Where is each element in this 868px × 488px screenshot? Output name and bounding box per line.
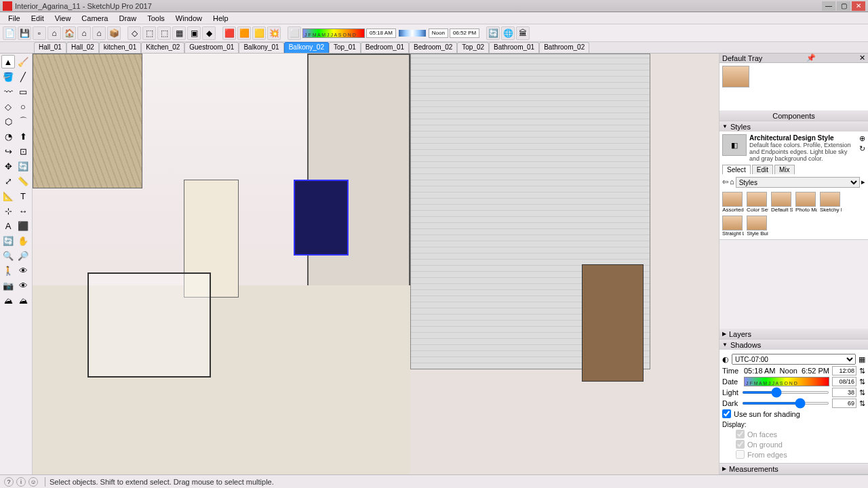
menu-view[interactable]: View xyxy=(50,14,77,23)
group-icon[interactable]: 🟨 xyxy=(252,26,266,40)
style-thumb[interactable]: Sketchy E xyxy=(820,192,842,213)
user-icon[interactable]: ☺ xyxy=(28,477,38,487)
open-icon[interactable]: 💾 xyxy=(18,26,31,40)
scene-tab-kitchen_02[interactable]: Kitchen_02 xyxy=(141,42,184,53)
sandbox2-icon[interactable]: ⛰ xyxy=(16,293,30,307)
circle-icon[interactable]: ○ xyxy=(16,100,30,113)
scene-tab-bathroom_02[interactable]: Bathroom_02 xyxy=(539,42,589,53)
style-thumb[interactable]: Photo Mo xyxy=(795,192,817,213)
undo-icon[interactable]: ⌂ xyxy=(92,26,106,40)
scene-tab-hall_02[interactable]: Hall_02 xyxy=(66,42,99,53)
menu-tools[interactable]: Tools xyxy=(142,14,170,23)
menu-camera[interactable]: Camera xyxy=(76,14,113,23)
zoom-extents-icon[interactable]: 🔎 xyxy=(16,249,30,262)
style-thumb[interactable]: Straight L xyxy=(722,216,744,237)
polygon-icon[interactable]: ⬡ xyxy=(1,115,15,128)
timezone-select[interactable]: UTC-07:00 xyxy=(732,354,856,365)
style-create-icon[interactable]: ⊕ xyxy=(859,134,865,143)
toolbar-button[interactable]: ⬜ xyxy=(288,26,301,40)
date-slider[interactable]: J F M A M J J A S O N D xyxy=(744,377,829,386)
menu-file[interactable]: File xyxy=(3,14,26,23)
close-button[interactable]: ✕ xyxy=(852,1,865,11)
3dtext-icon[interactable]: A xyxy=(1,219,15,232)
measurements-header[interactable]: ▶ Measurements xyxy=(719,464,868,474)
save-icon[interactable]: ▫ xyxy=(33,26,46,40)
layers-header[interactable]: ▶ Layers xyxy=(719,329,868,339)
scene-tab-bedroom_02[interactable]: Bedroom_02 xyxy=(409,42,457,53)
pin-icon[interactable]: 📌 xyxy=(806,54,816,62)
scene-tab-top_02[interactable]: Top_02 xyxy=(457,42,489,53)
scene-tab-hall_01[interactable]: Hall_01 xyxy=(34,42,66,53)
scene-tab-guestroom_01[interactable]: Guestroom_01 xyxy=(184,42,239,53)
cut-icon[interactable]: ⌂ xyxy=(47,26,61,40)
sandbox1-icon[interactable]: ⛰ xyxy=(1,293,15,307)
date-input[interactable] xyxy=(832,377,856,386)
help-icon[interactable]: ? xyxy=(4,477,14,487)
shadow-detail-icon[interactable]: ▦ xyxy=(859,355,865,364)
new-icon[interactable]: 📄 xyxy=(3,26,16,40)
zoom-icon[interactable]: 🔍 xyxy=(1,249,15,262)
toolbar-button[interactable]: ◇ xyxy=(127,26,141,40)
details-icon[interactable]: ▸ xyxy=(861,178,865,186)
style-update-icon[interactable]: ↻ xyxy=(859,144,865,153)
style-thumb[interactable]: Assorted xyxy=(722,192,744,213)
layer-icon[interactable]: ⬚ xyxy=(157,26,171,40)
line-icon[interactable]: ╱ xyxy=(16,70,30,83)
style-thumb[interactable]: Default S xyxy=(771,192,793,213)
model-info-icon[interactable]: ⬚ xyxy=(142,26,156,40)
select-icon[interactable]: ▲ xyxy=(1,55,15,68)
home-icon[interactable]: ⌂ xyxy=(730,178,734,186)
warehouse-icon[interactable]: 🏛 xyxy=(516,26,530,40)
protractor-icon[interactable]: 📐 xyxy=(1,189,15,203)
maximize-button[interactable]: ▢ xyxy=(837,1,850,11)
text-icon[interactable]: T xyxy=(16,189,30,203)
tape-icon[interactable]: 📏 xyxy=(16,174,30,188)
light-slider[interactable] xyxy=(742,391,829,394)
shadow-toggle-icon[interactable]: ◐ xyxy=(722,355,729,364)
style-thumb[interactable]: Color Set xyxy=(747,192,768,213)
pushpull-icon[interactable]: ⬆ xyxy=(16,129,30,143)
pan-icon[interactable]: ✋ xyxy=(16,234,30,247)
dark-spinner[interactable]: ⇅ xyxy=(859,399,865,408)
scale-icon[interactable]: ⤢ xyxy=(1,174,15,188)
component-icon[interactable]: 🟧 xyxy=(237,26,251,40)
scene-tab-top_01[interactable]: Top_01 xyxy=(329,42,361,53)
scene-tab-kitchen_01[interactable]: kitchen_01 xyxy=(99,42,141,53)
time-slider[interactable] xyxy=(399,30,426,37)
shadow-icon[interactable]: ◆ xyxy=(202,26,216,40)
globe-icon[interactable]: 🌐 xyxy=(501,26,515,40)
menu-edit[interactable]: Edit xyxy=(26,14,50,23)
make-unique-icon[interactable]: 💥 xyxy=(267,26,281,40)
orbit-icon[interactable]: 🔄 xyxy=(1,234,15,247)
use-sun-checkbox[interactable] xyxy=(722,409,731,418)
component-preview[interactable] xyxy=(722,66,749,87)
scene-tab-bedroom_01[interactable]: Bedroom_01 xyxy=(361,42,409,53)
style-tab-edit[interactable]: Edit xyxy=(752,165,773,174)
rotate-icon[interactable]: 🔄 xyxy=(16,159,30,173)
arc-icon[interactable]: ⌒ xyxy=(16,115,30,128)
menu-help[interactable]: Help xyxy=(208,14,234,23)
style-tab-select[interactable]: Select xyxy=(722,165,751,174)
pie-icon[interactable]: ◔ xyxy=(1,129,15,143)
axes-icon[interactable]: ⊹ xyxy=(1,204,15,218)
light-input[interactable] xyxy=(832,388,856,397)
style-library-select[interactable]: Styles xyxy=(736,177,860,188)
paste-icon[interactable]: ⌂ xyxy=(77,26,91,40)
followme-icon[interactable]: ↪ xyxy=(1,144,15,158)
toolbar-button[interactable]: 🟥 xyxy=(222,26,236,40)
season-slider[interactable]: J F M A M J J A S O N D xyxy=(302,28,365,38)
copy-icon[interactable]: 🏠 xyxy=(62,26,76,40)
components-header[interactable]: Components xyxy=(719,110,868,121)
freehand-icon[interactable]: 〰 xyxy=(1,85,15,98)
menu-draw[interactable]: Draw xyxy=(113,14,142,23)
style-thumb[interactable]: Style Bui xyxy=(747,216,768,237)
rectangle-icon[interactable]: ▭ xyxy=(16,85,30,98)
time-spinner[interactable]: ⇅ xyxy=(859,367,865,375)
style-tab-mix[interactable]: Mix xyxy=(774,165,795,174)
walk-icon[interactable]: 🚶 xyxy=(1,264,15,277)
section-icon[interactable]: ⬛ xyxy=(16,219,30,232)
back-icon[interactable]: ⇦ xyxy=(722,178,728,186)
viewport[interactable] xyxy=(33,54,719,474)
menu-window[interactable]: Window xyxy=(170,14,208,23)
redo-icon[interactable]: 📦 xyxy=(107,26,121,40)
